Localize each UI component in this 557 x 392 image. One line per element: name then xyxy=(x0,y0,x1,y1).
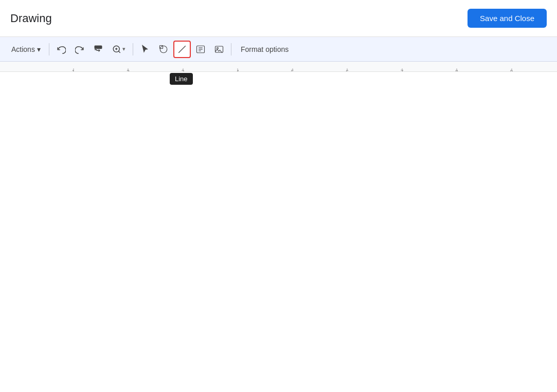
ruler-h-mark: 2 xyxy=(128,68,129,71)
toolbar-divider-1 xyxy=(49,43,49,55)
zoom-chevron-icon: ▾ xyxy=(122,46,125,52)
toolbar: Actions ▾ ▾ xyxy=(0,37,557,62)
line-icon xyxy=(177,45,187,54)
select-button[interactable] xyxy=(136,41,154,58)
header: Drawing Save and Close xyxy=(0,0,557,37)
svg-rect-11 xyxy=(215,46,223,52)
select-icon xyxy=(140,45,150,54)
actions-label: Actions xyxy=(11,45,35,53)
ruler-numbers: 123456789 xyxy=(9,62,557,71)
actions-dropdown[interactable]: Actions ▾ xyxy=(6,43,46,55)
ruler-h-mark: 3 xyxy=(183,68,183,71)
word-art-button[interactable] xyxy=(192,41,209,58)
ruler-h-mark: 6 xyxy=(347,68,348,71)
format-options-button[interactable]: Format options xyxy=(235,43,295,55)
svg-rect-5 xyxy=(159,45,163,48)
page-title: Drawing xyxy=(10,12,52,25)
image-button[interactable] xyxy=(210,41,228,58)
zoom-icon xyxy=(112,45,121,54)
ruler-h-mark: 1 xyxy=(73,68,74,71)
toolbar-divider-2 xyxy=(133,43,133,55)
image-icon xyxy=(214,45,224,54)
line-tool-button[interactable] xyxy=(173,41,191,58)
svg-line-1 xyxy=(118,51,120,52)
toolbar-divider-3 xyxy=(231,43,231,55)
ruler-h-mark: 8 xyxy=(457,68,457,71)
undo-button[interactable] xyxy=(52,41,70,58)
svg-point-12 xyxy=(217,47,218,49)
svg-point-0 xyxy=(113,46,119,52)
horizontal-ruler: 123456789 xyxy=(0,62,557,72)
redo-icon xyxy=(75,45,84,54)
drawing-area: 123456789 12345 xyxy=(0,62,557,72)
ruler-h-mark: 7 xyxy=(402,68,402,71)
svg-point-4 xyxy=(160,46,167,53)
word-art-icon xyxy=(196,45,205,54)
shape-button[interactable] xyxy=(155,41,172,58)
line-tooltip: Line xyxy=(170,73,193,85)
save-close-button[interactable]: Save and Close xyxy=(468,9,547,28)
paint-format-icon xyxy=(94,45,103,54)
ruler-h-mark: 9 xyxy=(511,68,512,71)
ruler-h-mark: 5 xyxy=(292,68,293,71)
svg-line-6 xyxy=(178,46,186,53)
ruler-h-mark: 4 xyxy=(238,68,238,71)
shape-icon xyxy=(159,45,168,54)
zoom-button[interactable]: ▾ xyxy=(108,43,130,56)
paint-format-button[interactable] xyxy=(89,41,107,58)
undo-icon xyxy=(57,45,66,54)
redo-button[interactable] xyxy=(71,41,88,58)
actions-chevron-icon: ▾ xyxy=(37,45,41,53)
svg-rect-7 xyxy=(196,46,204,53)
